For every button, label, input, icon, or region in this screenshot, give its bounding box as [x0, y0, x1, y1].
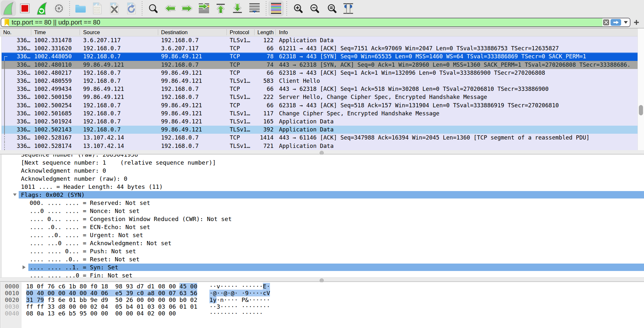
hex-ascii[interactable]: ··v····· ······E·	[209, 283, 270, 290]
expanded-arrow-icon[interactable]	[13, 191, 17, 199]
column-header-info[interactable]: Info	[279, 28, 288, 36]
display-filter-field[interactable]: tcp.port == 80 || udp.port == 80	[1, 18, 630, 27]
filter-bookmark-button[interactable]	[1, 18, 9, 26]
column-separator[interactable]	[31, 29, 31, 35]
go-to-packet-button[interactable]	[196, 0, 212, 16]
hex-bytes[interactable]: 08 0a 13 e6 b5 95 00 00 00 00 04 02 00 0…	[26, 310, 176, 317]
go-first-button[interactable]	[213, 0, 228, 16]
go-back-button[interactable]	[162, 0, 178, 16]
cell-no: 336…	[1, 142, 30, 150]
detail-row[interactable]: .... .... ...0 = Fin: Not set	[2, 271, 644, 278]
column-separator[interactable]	[275, 29, 276, 35]
filter-apply-button[interactable]	[610, 19, 621, 26]
packet-row[interactable]: 336…1002.3314783.6.207.117192.168.0.7TLS…	[2, 36, 638, 44]
zoom-in-button[interactable]	[290, 0, 306, 16]
hex-row[interactable]: 002031 79 f3 6e 01 bb 9e d9 50 26 00 00 …	[1, 296, 644, 303]
packet-row[interactable]: 336…1002.501685192.168.0.799.86.49.121TL…	[2, 110, 638, 118]
packet-row[interactable]: 336…1002.49943499.86.49.121192.168.0.7TC…	[2, 85, 638, 93]
detail-row[interactable]: [Next sequence number: 1 (relative seque…	[2, 159, 644, 167]
hex-row[interactable]: 0030ff ff 33 d8 00 00 02 04 05 b4 01 03 …	[1, 303, 644, 310]
hex-offset: 0000	[5, 283, 19, 290]
packet-row[interactable]: 336…1002.480559192.168.0.799.86.49.121TL…	[2, 77, 638, 85]
hex-ascii[interactable]: ·@··@·@· ·9····cV	[209, 290, 270, 296]
colorize-button[interactable]	[268, 0, 284, 16]
filter-history-chevron-icon[interactable]	[624, 21, 628, 24]
detail-row[interactable]: .... .... ..1. = Syn: Set	[2, 263, 644, 271]
detail-row[interactable]: .... ..0. .... = Urgent: Not set	[2, 231, 644, 239]
packet-row[interactable]: 336…1002.331620192.168.0.73.6.207.117TCP…	[2, 44, 638, 53]
column-header-no[interactable]: No.	[3, 28, 12, 36]
packet-row[interactable]: 336…1002.502143192.168.0.799.86.49.121TL…	[2, 126, 638, 134]
column-header-destination[interactable]: Destination	[161, 28, 188, 36]
display-filter-input[interactable]: tcp.port == 80 || udp.port == 80	[9, 18, 602, 26]
detail-row[interactable]: .... ...0 .... = Acknowledgment: Not set	[2, 239, 644, 247]
splitter-details-bytes[interactable]	[0, 277, 644, 282]
packet-row[interactable]: 336…1002.52817413.107.42.14192.168.0.7TL…	[2, 142, 638, 150]
column-separator[interactable]	[226, 29, 227, 35]
hex-row[interactable]: 004008 0a 13 e6 b5 95 00 00 00 00 04 02 …	[1, 310, 644, 317]
conversation-line-icon	[4, 118, 5, 126]
capture-options-button[interactable]	[51, 0, 67, 16]
detail-row[interactable]: Flags: 0x002 (SYN)	[2, 191, 644, 199]
detail-row[interactable]: .... .... .0.. = Reset: Not set	[2, 255, 644, 263]
detail-row[interactable]: 000. .... .... = Reserved: Not set	[2, 199, 644, 207]
detail-row[interactable]: .... .... 0... = Push: Not set	[2, 247, 644, 255]
hex-bytes[interactable]: ff ff 33 d8 00 00 02 04 05 b4 01 03 03 0…	[26, 303, 197, 310]
hex-row[interactable]: 001000 40 00 00 40 00 40 06 e5 39 c0 a8 …	[1, 290, 644, 296]
collapsed-arrow-icon[interactable]	[22, 263, 26, 271]
restart-capture-button[interactable]	[34, 0, 50, 16]
cell-no: 336…	[1, 44, 30, 53]
column-header-protocol[interactable]: Protocol	[230, 28, 249, 36]
detail-text: .... .... .0.. = Reset: Not set	[30, 255, 139, 263]
find-packet-button[interactable]	[145, 0, 161, 16]
start-capture-button[interactable]	[1, 0, 16, 16]
packet-row[interactable]: 336…1002.501924192.168.0.799.86.49.121TL…	[2, 118, 638, 126]
cell-info: Change Cipher Spec, Encrypted Handshake …	[279, 110, 638, 118]
zoom-out-button[interactable]	[307, 0, 322, 16]
column-header-time[interactable]: Time	[34, 28, 46, 36]
cell-info: 62318 → 443 [SYN] Seq=0 Win=65535 Len=0 …	[279, 53, 638, 61]
cell-no: 336…	[1, 110, 30, 118]
detail-row[interactable]: ...0 .... .... = Nonce: Not set	[2, 207, 644, 215]
hex-bytes[interactable]: 18 0f 76 c6 1b 80 f0 18 98 93 d7 d1 08 0…	[26, 283, 197, 290]
go-forward-button[interactable]	[179, 0, 195, 16]
hex-ascii[interactable]: ········ ······	[209, 310, 263, 317]
column-header-length[interactable]: Length	[257, 28, 274, 36]
packet-row[interactable]: 336…1002.50015099.86.49.121192.168.0.7TL…	[2, 93, 638, 101]
splitter-list-details[interactable]	[0, 150, 644, 154]
auto-scroll-button[interactable]	[247, 0, 262, 16]
packet-row[interactable]: 336…1002.48011099.86.49.121192.168.0.7TC…	[2, 61, 638, 69]
column-separator[interactable]	[158, 29, 158, 35]
open-file-button[interactable]	[73, 0, 88, 16]
cell-info: 443 → 61146 [ACK] Seq=347988 Ack=16394 W…	[279, 134, 638, 142]
go-last-button[interactable]	[230, 0, 245, 16]
packet-list-scrollbar[interactable]	[638, 28, 644, 150]
hex-bytes[interactable]: 00 40 00 00 40 00 40 06 e5 39 c0 a8 00 0…	[26, 290, 197, 296]
column-separator[interactable]	[80, 29, 80, 35]
detail-row[interactable]: Acknowledgment number (raw): 0	[2, 175, 644, 183]
packet-row[interactable]: 336…1002.52816713.107.42.14192.168.0.7TC…	[2, 134, 638, 142]
detail-row[interactable]: Sequence number (raw): 2665041958	[2, 155, 644, 159]
detail-row[interactable]: .... .0.. .... = ECN-Echo: Not set	[2, 223, 644, 231]
packet-row[interactable]: 336…1002.480217192.168.0.799.86.49.121TC…	[2, 69, 638, 77]
detail-text: Flags: 0x002 (SYN)	[21, 191, 85, 199]
filter-add-button[interactable]	[633, 19, 640, 26]
stop-capture-button[interactable]	[17, 0, 33, 16]
hex-bytes[interactable]: 31 79 f3 6e 01 bb 9e d9 50 26 00 00 00 0…	[26, 296, 197, 303]
hex-row[interactable]: 000018 0f 76 c6 1b 80 f0 18 98 93 d7 d1 …	[1, 283, 644, 290]
hex-selection-highlight: ·@··@·@· ·9····cV	[209, 290, 270, 296]
zoom-100-button[interactable]	[324, 0, 340, 16]
packet-row[interactable]: 336…1002.448050192.168.0.799.86.49.121TC…	[2, 53, 638, 61]
filter-clear-button[interactable]	[603, 19, 609, 25]
hex-ascii[interactable]: ··3····· ········	[209, 303, 270, 310]
packet-row[interactable]: 336…1002.500254192.168.0.799.86.49.121TC…	[2, 101, 638, 110]
hex-ascii[interactable]: 1y·n···· P&······	[209, 296, 270, 303]
column-separator[interactable]	[254, 29, 255, 35]
detail-row[interactable]: Acknowledgment number: 0	[2, 167, 644, 175]
detail-row[interactable]: 1011 .... = Header Length: 44 bytes (11)	[2, 183, 644, 191]
scrollbar-thumb[interactable]	[639, 105, 643, 115]
resize-columns-button[interactable]	[341, 0, 356, 16]
cell-length: 78	[255, 53, 274, 61]
column-header-source[interactable]: Source	[83, 28, 100, 36]
detail-row[interactable]: .... 0... .... = Congestion Window Reduc…	[2, 215, 644, 223]
